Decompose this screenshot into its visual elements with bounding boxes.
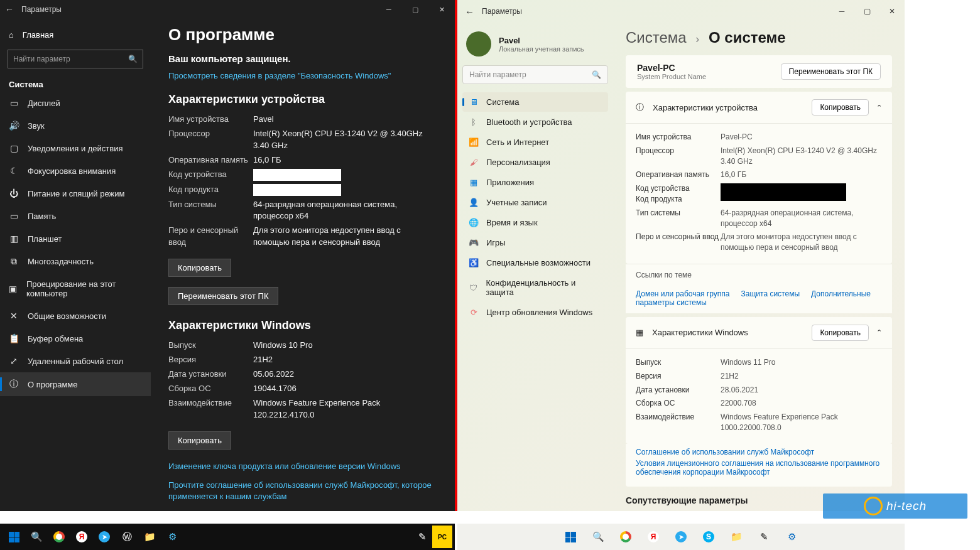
maximize-button[interactable]: ▢ xyxy=(402,0,428,19)
main-content: Система › О системе Pavel-PC System Prod… xyxy=(613,23,905,511)
explorer-icon[interactable]: 📁 xyxy=(138,526,161,548)
yandex-icon[interactable]: Я xyxy=(642,526,665,548)
sidebar-item-icon: ▣ xyxy=(9,284,18,294)
sidebar-item[interactable]: ⏻Питание и спящий режим xyxy=(0,182,151,205)
copy-button-2[interactable]: Копировать xyxy=(812,325,869,341)
sidebar-item[interactable]: ⓘО программе xyxy=(0,372,151,396)
sidebar-item-label: Фокусировка внимания xyxy=(28,166,116,176)
sidebar-item[interactable]: 🖥Система xyxy=(462,92,608,112)
agreement-link[interactable]: Условия лицензионного соглашения на испо… xyxy=(636,459,882,477)
settings-icon[interactable]: ⚙ xyxy=(780,526,803,548)
rename-button[interactable]: Переименовать этот ПК xyxy=(168,287,278,305)
link[interactable]: Изменение ключа продукта или обновление … xyxy=(168,461,437,472)
skype-icon[interactable]: S xyxy=(697,526,720,548)
search-button[interactable]: 🔍 xyxy=(587,526,609,548)
close-button[interactable]: ✕ xyxy=(428,0,455,19)
sidebar-item-icon: 📋 xyxy=(9,333,19,343)
search-input[interactable]: Найти параметр 🔍 xyxy=(462,65,608,84)
sidebar-item[interactable]: ▭Память xyxy=(0,205,151,227)
secure-link[interactable]: Просмотреть сведения в разделе "Безопасн… xyxy=(168,70,437,82)
sidebar-item[interactable]: ▣Проецирование на этот компьютер xyxy=(0,273,151,305)
sidebar-item[interactable]: 🔊Звук xyxy=(0,114,151,137)
settings-icon[interactable]: ⚙ xyxy=(161,526,183,548)
spec-row: Дата установки05.06.2022 xyxy=(168,369,437,380)
sidebar-item-icon: 🖌 xyxy=(469,158,479,167)
link[interactable]: Прочтите соглашение об использовании слу… xyxy=(168,480,437,502)
chrome-icon[interactable] xyxy=(48,526,70,548)
avatar xyxy=(466,31,491,57)
telegram-icon[interactable]: ➤ xyxy=(93,526,116,548)
sidebar-item[interactable]: ♿Специальные возможности xyxy=(462,253,608,272)
related-link[interactable]: Защита системы xyxy=(741,289,800,298)
breadcrumb-root[interactable]: Система xyxy=(626,29,687,46)
sidebar-item[interactable]: ⟳Центр обновления Windows xyxy=(462,303,608,322)
sidebar-item[interactable]: ▦Приложения xyxy=(462,173,608,192)
chrome-icon[interactable] xyxy=(614,526,637,548)
win11-taskbar[interactable]: 🔍 Я ➤ S 📁 ✎ ⚙ xyxy=(457,524,905,550)
back-icon[interactable]: ← xyxy=(5,4,14,14)
sidebar-item[interactable]: 👤Учетные записи xyxy=(462,193,608,212)
device-spec-expander[interactable]: ⓘХарактеристики устройства Копировать ⌃ xyxy=(626,92,892,124)
sidebar-item[interactable]: 🖌Персонализация xyxy=(462,153,608,172)
sidebar-item-label: Персонализация xyxy=(486,158,550,167)
maximize-button[interactable]: ▢ xyxy=(854,0,879,23)
sidebar-item-icon: ✕ xyxy=(9,311,19,321)
search-input[interactable]: Найти параметр 🔍 xyxy=(8,50,143,68)
sidebar-item-icon: ⓘ xyxy=(9,379,19,390)
sidebar-item-icon: 🖥 xyxy=(469,97,479,107)
chevron-up-icon: ⌃ xyxy=(876,104,882,112)
spec-row: Оперативная память16,0 ГБ xyxy=(168,154,437,166)
spec-row: ВзаимодействиеWindows Feature Experience… xyxy=(636,412,882,433)
link[interactable]: Прочтите условия лицензионного соглашени… xyxy=(168,510,437,511)
sidebar-item[interactable]: 📋Буфер обмена xyxy=(0,327,151,350)
copy-button[interactable]: Копировать xyxy=(168,259,231,277)
sidebar-item[interactable]: ▭Дисплей xyxy=(0,92,151,114)
windows-spec-expander[interactable]: ▦Характеристики Windows Копировать ⌃ xyxy=(626,317,892,349)
sidebar-item-label: Приложения xyxy=(486,178,534,187)
telegram-icon[interactable]: ➤ xyxy=(670,526,692,548)
close-button[interactable]: ✕ xyxy=(879,0,905,23)
agreement-link[interactable]: Соглашение об использовании служб Майкро… xyxy=(636,448,882,456)
sidebar-item-label: Дисплей xyxy=(28,99,60,108)
copy-button[interactable]: Копировать xyxy=(812,99,869,116)
sidebar-item[interactable]: ☾Фокусировка внимания xyxy=(0,159,151,182)
yandex-icon[interactable]: Я xyxy=(70,526,93,548)
sidebar-item[interactable]: ᛒBluetooth и устройства xyxy=(462,112,608,132)
sidebar-item[interactable]: ▥Планшет xyxy=(0,227,151,250)
sidebar-item-icon: ☾ xyxy=(9,166,19,176)
sidebar-item[interactable]: ⤢Удаленный рабочий стол xyxy=(0,350,151,372)
sidebar-item-label: Буфер обмена xyxy=(28,334,83,343)
sidebar-item[interactable]: 🛡Конфиденциальность и защита xyxy=(462,273,608,302)
minimize-button[interactable]: ─ xyxy=(829,0,854,23)
home-link[interactable]: ⌂ Главная xyxy=(0,24,151,46)
spec-row: Дата установки28.06.2021 xyxy=(636,385,882,396)
sidebar-item[interactable]: ✕Общие возможности xyxy=(0,305,151,327)
sidebar-item[interactable]: 📶Сеть и Интернет xyxy=(462,132,608,152)
sidebar-item-icon: 🔊 xyxy=(9,121,19,131)
minimize-button[interactable]: ─ xyxy=(376,0,402,19)
sidebar-item[interactable]: ⧉Многозадачность xyxy=(0,250,151,273)
start-button[interactable] xyxy=(3,526,25,548)
tray-icon[interactable]: ✎ xyxy=(412,526,432,548)
app-icon[interactable]: Ⓦ xyxy=(116,526,138,548)
sidebar-item-label: Общие возможности xyxy=(28,311,106,321)
rename-button[interactable]: Переименовать этот ПК xyxy=(781,63,881,80)
sidebar-item[interactable]: 🌐Время и язык xyxy=(462,213,608,232)
start-button[interactable] xyxy=(559,526,582,548)
spec-row: Тип системы64-разрядная операционная сис… xyxy=(636,208,882,229)
chevron-right-icon: › xyxy=(695,33,699,45)
sidebar-item-icon: 📶 xyxy=(469,138,479,147)
sidebar-item[interactable]: 🎮Игры xyxy=(462,233,608,252)
secure-heading: Ваш компьютер защищен. xyxy=(168,53,437,64)
search-button[interactable]: 🔍 xyxy=(25,526,48,548)
titlebar: ← Параметры ─ ▢ ✕ xyxy=(0,0,455,19)
back-icon[interactable]: ← xyxy=(465,6,474,17)
win10-taskbar[interactable]: 🔍 Я ➤ Ⓦ 📁 ⚙ ✎ PC xyxy=(0,524,455,550)
tray-icon[interactable]: PC xyxy=(432,526,452,548)
related-link[interactable]: Домен или рабочая группа xyxy=(636,289,730,298)
copy-button-2[interactable]: Копировать xyxy=(168,431,231,450)
app-icon[interactable]: ✎ xyxy=(753,526,775,548)
sidebar-item[interactable]: ▢Уведомления и действия xyxy=(0,137,151,159)
explorer-icon[interactable]: 📁 xyxy=(725,526,748,548)
user-block[interactable]: Pavel Локальная учетная запись xyxy=(462,26,608,65)
